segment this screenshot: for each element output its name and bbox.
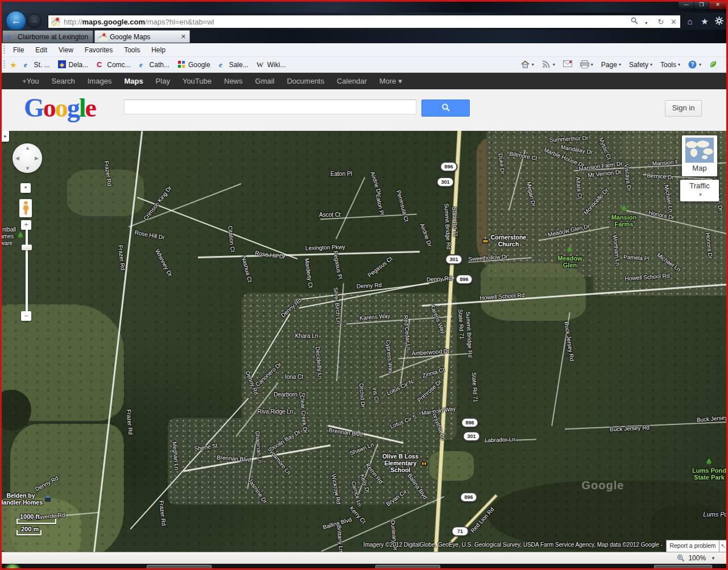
back-button[interactable]: ← bbox=[6, 11, 26, 31]
rss-feed-icon[interactable]: ▾ bbox=[538, 60, 559, 69]
zoom-slider-handle[interactable] bbox=[22, 245, 32, 250]
scale-imperial-label: 1000 ft bbox=[20, 513, 40, 520]
taskbar-button[interactable] bbox=[375, 565, 440, 570]
settings-gear-icon[interactable] bbox=[713, 16, 725, 27]
maximize-button[interactable]: ❐ bbox=[693, 1, 710, 10]
menu-item-file[interactable]: File bbox=[7, 46, 30, 54]
zoom-control[interactable]: 100% ▼ bbox=[677, 554, 728, 562]
add-favorite-star-icon[interactable]: ★ bbox=[7, 60, 19, 69]
sign-in-button[interactable]: Sign in bbox=[665, 100, 702, 117]
route-shield: 301 bbox=[445, 254, 463, 265]
windows-taskbar[interactable] bbox=[0, 564, 728, 570]
street-label: Bryan Cir bbox=[385, 488, 408, 507]
title-bar bbox=[0, 0, 728, 13]
pan-control[interactable]: ▲ ▼ ◀ ▶ bbox=[13, 143, 42, 173]
zoom-out-button[interactable]: − bbox=[21, 311, 31, 321]
favorite-item[interactable]: eSt. ... bbox=[19, 60, 54, 69]
traffic-button[interactable]: Traffic ▼ bbox=[680, 180, 719, 201]
messenger-icon[interactable] bbox=[705, 60, 722, 69]
pan-right-icon[interactable]: ▶ bbox=[35, 155, 39, 161]
google-bar-images[interactable]: Images bbox=[81, 77, 118, 85]
google-bar-search[interactable]: Search bbox=[46, 77, 81, 85]
google-bar-youtube[interactable]: YouTube bbox=[176, 77, 218, 85]
menu-item-favorites[interactable]: Favorites bbox=[79, 46, 118, 54]
favorite-item[interactable]: ◆Dela... bbox=[54, 60, 93, 69]
pan-down-icon[interactable]: ▼ bbox=[25, 166, 30, 171]
street-label: Riva Ridge Ln bbox=[258, 408, 293, 415]
favorite-item[interactable]: eSale... bbox=[214, 60, 253, 69]
street-label: Crimson King Dr bbox=[142, 185, 173, 222]
favorite-item[interactable]: WWiki... bbox=[253, 60, 290, 69]
home-icon[interactable]: ⌂ bbox=[684, 16, 696, 26]
street-label: Red Lion Rd bbox=[469, 506, 495, 534]
delaware-icon: ◆ bbox=[58, 60, 67, 69]
expand-corner-icon[interactable]: ↖ bbox=[719, 540, 726, 552]
taskbar-button[interactable] bbox=[654, 565, 712, 570]
menu-item-tools[interactable]: Tools bbox=[118, 46, 146, 54]
tab-google-maps[interactable]: Google Maps ✕ bbox=[94, 30, 190, 43]
stop-icon[interactable]: ✕ bbox=[667, 18, 680, 26]
map-canvas[interactable]: Eaton PlEaton PlAirdrie DrPeninsula CtAs… bbox=[2, 131, 726, 552]
report-problem-button[interactable]: Report a problem bbox=[666, 540, 719, 552]
map-view-button[interactable]: Map bbox=[682, 135, 717, 176]
tools-menu[interactable]: Tools▾ bbox=[656, 61, 684, 69]
street-label: Denny Rd bbox=[427, 275, 452, 282]
taskbar-button[interactable] bbox=[147, 565, 212, 570]
street-label: Labrador Ln bbox=[485, 436, 515, 444]
refresh-icon[interactable]: ↻ bbox=[654, 18, 667, 26]
search-icon[interactable]: ▾ bbox=[627, 17, 655, 26]
google-logo[interactable]: Google bbox=[24, 93, 96, 123]
street-label: State Rd 71 bbox=[457, 309, 465, 339]
reset-view-button[interactable]: • bbox=[20, 183, 31, 193]
safety-menu[interactable]: Safety▾ bbox=[625, 61, 656, 69]
tab-clairborne[interactable]: e Clairborne at Lexington Farms bbox=[2, 30, 93, 43]
favorite-item[interactable]: eCath... bbox=[135, 60, 173, 69]
street-label: Bernice Dr bbox=[647, 172, 674, 180]
street-label: Ascot Ct bbox=[319, 212, 341, 218]
favorite-item[interactable]: Google bbox=[173, 60, 214, 69]
read-mail-icon[interactable] bbox=[559, 60, 576, 69]
zoom-slider-track[interactable] bbox=[26, 229, 28, 314]
street-label: Wortham Ln bbox=[612, 234, 622, 266]
google-bar-documents[interactable]: Documents bbox=[280, 77, 330, 85]
search-button[interactable] bbox=[421, 100, 470, 117]
google-bar-news[interactable]: News bbox=[218, 77, 249, 85]
collapse-panel-arrow[interactable]: ▸ bbox=[2, 131, 9, 142]
page-menu[interactable]: Page▾ bbox=[597, 61, 625, 69]
street-label: Buck Jersey Rd bbox=[610, 424, 650, 433]
poi-label: Cornerstone Church bbox=[482, 234, 526, 247]
favorite-item[interactable]: CComc... bbox=[92, 60, 134, 69]
google-bar-calendar[interactable]: Calendar bbox=[330, 77, 373, 85]
search-input[interactable] bbox=[124, 100, 416, 114]
street-label: Megan Dr bbox=[526, 181, 537, 206]
svg-text:◆: ◆ bbox=[60, 61, 64, 68]
google-bar-play[interactable]: Play bbox=[150, 77, 176, 85]
tree-icon bbox=[18, 232, 24, 241]
print-icon[interactable]: ▾ bbox=[576, 60, 597, 69]
pan-up-icon[interactable]: ▲ bbox=[25, 145, 30, 151]
google-bar-more[interactable]: More ▾ bbox=[373, 77, 408, 85]
pegman-control[interactable] bbox=[19, 199, 32, 217]
menu-item-help[interactable]: Help bbox=[146, 46, 171, 54]
street-label: Mandalay Dr bbox=[560, 144, 593, 156]
google-bar-gmail[interactable]: Gmail bbox=[249, 77, 281, 85]
pan-left-icon[interactable]: ◀ bbox=[15, 155, 19, 161]
street-label: Whinney Dr bbox=[154, 248, 173, 277]
minimize-button[interactable]: — bbox=[678, 1, 694, 10]
screen: { "browser": { "url_prefix": "http://", … bbox=[0, 0, 728, 570]
street-label: Clear Creek Dr bbox=[299, 395, 309, 433]
help-icon[interactable]: ?▾ bbox=[684, 60, 705, 69]
favorites-star-icon[interactable]: ★ bbox=[698, 16, 711, 27]
street-label: Meadow Glen Dr bbox=[547, 223, 590, 238]
home-command-button[interactable]: ▾ bbox=[517, 60, 538, 69]
address-bar[interactable]: http://maps.google.com/maps?hl=en&tab=wl… bbox=[48, 15, 681, 28]
close-button[interactable]: ✕ bbox=[709, 1, 727, 10]
forward-button[interactable]: → bbox=[27, 14, 42, 28]
menu-item-view[interactable]: View bbox=[53, 46, 79, 54]
park-label: Lums Pond State Park bbox=[692, 459, 726, 481]
menu-item-edit[interactable]: Edit bbox=[30, 46, 53, 54]
google-bar-maps[interactable]: Maps bbox=[118, 77, 149, 85]
scale-metric-label: 200 m bbox=[21, 526, 39, 532]
tab-close-icon[interactable]: ✕ bbox=[181, 33, 186, 40]
google-bar-you[interactable]: +You bbox=[16, 77, 46, 85]
